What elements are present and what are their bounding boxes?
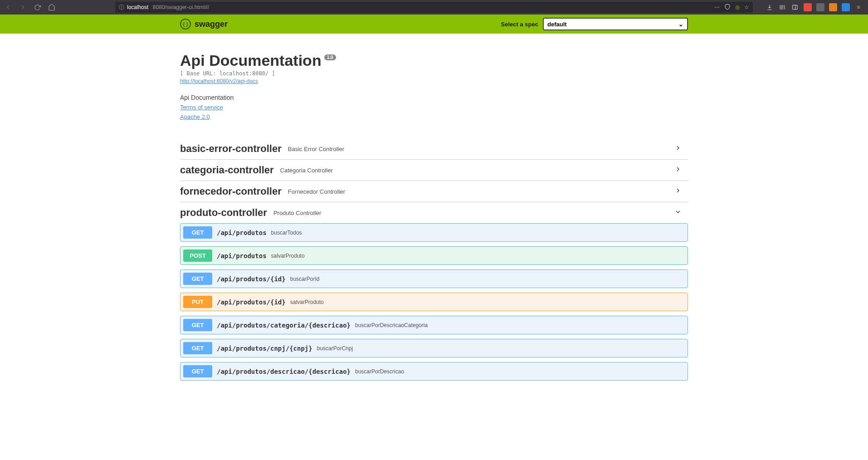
operation-summary: buscarPorCnpj [317, 345, 353, 352]
ext-icon-2[interactable] [816, 3, 824, 11]
url-bar[interactable]: ⓘ localhost:8080/swagger-ui.html#/ ⋯ ◎ ☆ [115, 2, 753, 13]
controller-header[interactable]: categoria-controllerCategoria Controller [180, 164, 688, 176]
reload-button[interactable] [32, 2, 43, 13]
base-url: [ Base URL: localhost:8080/ ] [180, 70, 688, 77]
chevron-right-icon [674, 166, 688, 175]
endpoint-path: /api/produtos/{id} [217, 275, 286, 283]
chevron-right-icon [674, 144, 688, 153]
operation-summary: salvarProduto [290, 299, 324, 305]
controller-section: fornecedor-controllerFornecedor Controll… [180, 181, 688, 202]
chevron-down-icon: ⌄ [678, 21, 683, 28]
endpoint-path: /api/produtos [217, 252, 267, 259]
home-button[interactable] [46, 2, 57, 13]
controller-name: basic-error-controller [180, 143, 282, 155]
spec-label: Select a spec [501, 21, 538, 28]
chevron-down-icon [674, 208, 688, 217]
version-badge: 1.0 [324, 54, 336, 60]
menu-icon[interactable]: ≡ [854, 3, 863, 11]
downloads-icon[interactable] [766, 3, 774, 11]
operation-row[interactable]: GET/api/produtos/descricao/{descricao}bu… [180, 362, 688, 381]
swagger-header: { } swagger Select a spec default ⌄ [0, 15, 868, 34]
controller-header[interactable]: fornecedor-controllerFornecedor Controll… [180, 186, 688, 197]
operation-summary: buscarPorDescricaoCategoria [355, 322, 428, 328]
endpoint-path: /api/produtos/descricao/{descricao} [217, 368, 351, 375]
controller-header[interactable]: produto-controllerProduto Controller [180, 207, 688, 219]
more-icon[interactable]: ⋯ [714, 4, 720, 10]
operation-row[interactable]: GET/api/produtos/categoria/{descricao}bu… [180, 316, 688, 334]
api-docs-link[interactable]: http://localhost:8080/v2/api-docs [180, 78, 258, 84]
http-method-badge: GET [183, 342, 212, 354]
swagger-brand: swagger [195, 20, 228, 29]
controller-header[interactable]: basic-error-controllerBasic Error Contro… [180, 143, 688, 155]
operation-row[interactable]: GET/api/produtosbuscarTodos [180, 223, 688, 242]
operation-summary: buscarPorId [290, 276, 320, 282]
operation-row[interactable]: PUT/api/produtos/{id}salvarProduto [180, 293, 688, 311]
swagger-logo-icon: { } [180, 19, 191, 29]
target-icon[interactable]: ◎ [735, 4, 740, 10]
url-path: :8080/swagger-ui.html#/ [151, 4, 209, 10]
http-method-badge: GET [183, 365, 212, 377]
spec-selected: default [547, 21, 567, 28]
controller-section: produto-controllerProduto ControllerGET/… [180, 202, 688, 385]
operation-summary: buscarPorDescricao [355, 368, 404, 375]
endpoint-path: /api/produtos/{id} [217, 299, 286, 306]
endpoint-path: /api/produtos/categoria/{descricao} [217, 322, 351, 329]
operation-row[interactable]: GET/api/produtos/cnpj/{cnpj}buscarPorCnp… [180, 339, 688, 357]
http-method-badge: GET [183, 226, 212, 239]
controller-description: Basic Error Controller [288, 146, 344, 152]
endpoint-path: /api/produtos [217, 229, 267, 236]
url-host: localhost [127, 4, 148, 10]
controller-description: Fornecedor Controller [288, 188, 345, 195]
http-method-badge: PUT [183, 296, 212, 308]
back-button[interactable] [3, 2, 14, 13]
operations-list: GET/api/produtosbuscarTodosPOST/api/prod… [180, 223, 688, 381]
shield-icon[interactable] [724, 4, 731, 11]
swagger-logo[interactable]: { } swagger [180, 19, 228, 29]
http-method-badge: POST [183, 250, 212, 262]
library-icon[interactable] [778, 3, 786, 11]
operation-summary: buscarTodos [271, 230, 302, 236]
api-title: Api Documentation [180, 52, 322, 69]
ext-icon-1[interactable] [804, 3, 812, 11]
forward-button[interactable] [17, 2, 28, 13]
http-method-badge: GET [183, 319, 212, 331]
browser-toolbar: ⓘ localhost:8080/swagger-ui.html#/ ⋯ ◎ ☆… [0, 0, 868, 15]
controller-description: Categoria Controller [280, 167, 333, 174]
star-icon[interactable]: ☆ [744, 4, 749, 10]
site-info-icon[interactable]: ⓘ [119, 4, 124, 11]
license-link[interactable]: Apache 2.0 [180, 113, 688, 120]
spec-select[interactable]: default ⌄ [543, 18, 688, 30]
ext-icon-4[interactable] [842, 3, 850, 11]
controller-name: categoria-controller [180, 164, 274, 176]
sidebar-icon[interactable] [791, 3, 799, 11]
controller-name: produto-controller [180, 207, 267, 219]
controller-name: fornecedor-controller [180, 186, 282, 197]
operation-summary: salvarProduto [271, 253, 305, 259]
ext-icon-3[interactable] [829, 3, 837, 11]
tos-link[interactable]: Terms of service [180, 104, 688, 111]
controller-description: Produto Controller [273, 210, 322, 216]
operation-row[interactable]: GET/api/produtos/{id}buscarPorId [180, 269, 688, 288]
page-title: Api Documentation 1.0 [180, 52, 688, 69]
controller-section: basic-error-controllerBasic Error Contro… [180, 138, 688, 160]
main-content: Api Documentation 1.0 [ Base URL: localh… [180, 34, 688, 385]
controller-list: basic-error-controllerBasic Error Contro… [180, 138, 688, 385]
operation-row[interactable]: POST/api/produtossalvarProduto [180, 246, 688, 265]
http-method-badge: GET [183, 273, 212, 285]
endpoint-path: /api/produtos/cnpj/{cnpj} [217, 345, 312, 352]
controller-section: categoria-controllerCategoria Controller [180, 160, 688, 181]
toolbar-right: ≡ [766, 3, 865, 11]
chevron-right-icon [674, 187, 688, 196]
api-description: Api Documentation [180, 94, 688, 101]
